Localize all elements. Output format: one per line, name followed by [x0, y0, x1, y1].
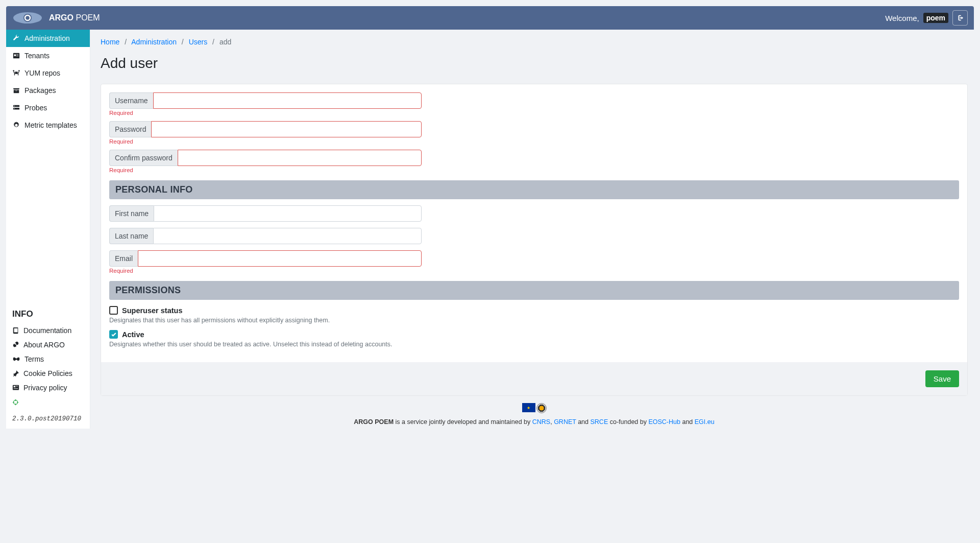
svg-rect-17: [16, 386, 18, 387]
svg-rect-16: [14, 386, 16, 388]
email-error: Required: [109, 268, 422, 274]
info-privacy[interactable]: Privacy policy: [12, 381, 84, 395]
breadcrumb-admin[interactable]: Administration: [131, 38, 177, 46]
footer-eosc-link[interactable]: EOSC-Hub: [648, 418, 680, 426]
logout-button[interactable]: [952, 10, 968, 26]
nav-packages[interactable]: Packages: [6, 82, 90, 99]
password-error: Required: [109, 138, 422, 145]
nav-label: Packages: [24, 86, 56, 95]
box-icon: [12, 87, 20, 94]
superuser-help: Designates that this user has all permis…: [109, 317, 959, 324]
info-about[interactable]: About ARGO: [12, 338, 84, 352]
user-badge: poem: [923, 13, 948, 23]
footer-egi-link[interactable]: EGI.eu: [695, 418, 715, 426]
breadcrumb-users[interactable]: Users: [189, 38, 208, 46]
svg-rect-10: [15, 90, 17, 91]
app-header: ARGO POEM Welcome, poem: [6, 6, 974, 30]
confirm-password-label: Confirm password: [109, 150, 178, 166]
eu-flag-icon: [522, 403, 535, 412]
breadcrumb: Home / Administration / Users / add: [101, 38, 968, 46]
pin-icon: [12, 370, 19, 377]
email-input[interactable]: [138, 250, 422, 267]
eosc-logo-icon: [536, 403, 547, 413]
confirm-password-error: Required: [109, 167, 422, 173]
section-permissions: PERMISSIONS: [109, 281, 959, 300]
argo-eye-logo-icon: [12, 11, 43, 25]
footer-srce-link[interactable]: SRCE: [590, 418, 608, 426]
info-block: INFO Documentation About ARGO Terms: [6, 303, 90, 429]
wrench-icon: [12, 35, 20, 42]
last-name-label: Last name: [109, 228, 153, 244]
svg-point-7: [13, 70, 14, 72]
version-text: 2.3.0.post20190710: [12, 415, 81, 422]
save-bar: Save: [101, 362, 967, 395]
nav-administration[interactable]: Administration: [6, 30, 90, 47]
save-button[interactable]: Save: [925, 370, 959, 387]
footer-grnet-link[interactable]: GRNET: [554, 418, 576, 426]
gear-icon: [12, 122, 20, 129]
logout-icon: [957, 14, 964, 21]
svg-rect-9: [15, 72, 17, 74]
main-content: Home / Administration / Users / add Add …: [90, 30, 974, 429]
brand: ARGO POEM: [12, 11, 100, 25]
first-name-label: First name: [109, 205, 154, 222]
id-card-icon: [12, 52, 20, 59]
breadcrumb-home[interactable]: Home: [101, 38, 119, 46]
footer-cnrs-link[interactable]: CNRS: [532, 418, 550, 426]
page-title: Add user: [101, 55, 968, 72]
nav-list: Administration Tenants YUM repos: [6, 30, 90, 134]
nav-label: Metric templates: [24, 121, 77, 129]
last-name-input[interactable]: [153, 228, 422, 244]
server-icon: [12, 104, 20, 111]
superuser-label: Superuser status: [122, 306, 182, 315]
info-cookies[interactable]: Cookie Policies: [12, 366, 84, 381]
nav-metric-templates[interactable]: Metric templates: [6, 116, 90, 134]
confirm-password-input[interactable]: [178, 150, 422, 166]
password-input[interactable]: [151, 121, 422, 137]
svg-point-13: [14, 106, 14, 106]
book-icon: [12, 327, 19, 334]
form-card: Username Required Password Required Conf…: [101, 84, 968, 396]
nav-label: Administration: [24, 34, 70, 42]
svg-rect-5: [16, 54, 18, 55]
nav-label: YUM repos: [24, 69, 60, 77]
superuser-checkbox[interactable]: [109, 306, 118, 315]
email-label: Email: [109, 250, 138, 267]
info-title: INFO: [12, 309, 84, 319]
welcome-text: Welcome,: [885, 14, 919, 22]
nav-probes[interactable]: Probes: [6, 99, 90, 116]
nav-yum-repos[interactable]: YUM repos: [6, 64, 90, 82]
info-documentation[interactable]: Documentation: [12, 323, 84, 338]
username-error: Required: [109, 110, 422, 116]
brand-text: ARGO POEM: [49, 13, 100, 22]
first-name-input[interactable]: [154, 205, 422, 222]
nav-label: Probes: [24, 104, 47, 112]
nav-tenants[interactable]: Tenants: [6, 47, 90, 64]
svg-point-8: [18, 70, 20, 72]
info-terms[interactable]: Terms: [12, 352, 84, 366]
username-label: Username: [109, 92, 153, 109]
section-personal-info: PERSONAL INFO: [109, 180, 959, 199]
svg-rect-15: [13, 385, 19, 390]
breadcrumb-current: add: [219, 38, 231, 46]
crosshair-icon: [12, 399, 84, 406]
newspaper-icon: [12, 384, 19, 391]
sidebar: Administration Tenants YUM repos: [6, 30, 90, 429]
people-carry-icon: [12, 69, 20, 77]
svg-rect-18: [14, 388, 18, 389]
password-label: Password: [109, 121, 151, 137]
svg-point-14: [14, 108, 14, 109]
footer: ARGO POEM is a service jointly developed…: [101, 396, 968, 429]
active-label: Active: [122, 330, 144, 339]
active-checkbox[interactable]: [109, 330, 118, 339]
username-input[interactable]: [153, 92, 422, 109]
active-help: Designates whether this user should be t…: [109, 341, 959, 348]
check-icon: [111, 332, 117, 338]
link-icon: [12, 341, 19, 348]
handshake-icon: [12, 356, 20, 363]
svg-rect-4: [14, 54, 16, 56]
nav-label: Tenants: [24, 52, 50, 60]
version-row: 2.3.0.post20190710: [12, 399, 84, 422]
svg-rect-6: [16, 56, 18, 56]
